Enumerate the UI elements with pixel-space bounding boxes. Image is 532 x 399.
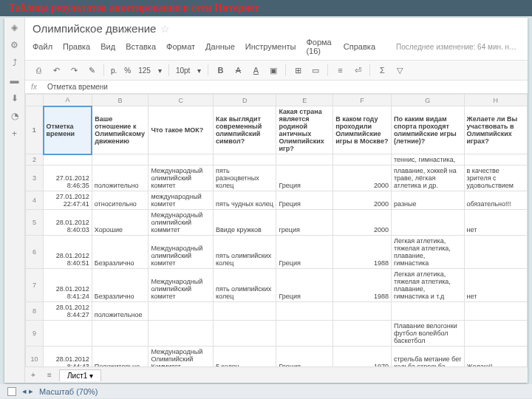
cell[interactable] [214,154,276,166]
cell[interactable]: 28.01.2012 8:40:03 [44,210,92,236]
filter-icon[interactable]: ▽ [392,63,407,78]
formula-bar[interactable]: fx Отметка времени [25,81,528,94]
text-color-icon[interactable]: A [248,63,263,78]
plus-icon[interactable]: + [10,129,20,139]
cell[interactable]: Греция [276,236,333,269]
cell[interactable]: 2000 [333,210,392,236]
col-A[interactable]: A [44,95,92,106]
cell-F1[interactable]: В каком году проходили Олимпийские игры … [333,106,392,154]
cell[interactable] [44,321,92,347]
font-size[interactable]: 10pt [174,66,192,75]
zoom-value[interactable]: 125 [136,66,153,75]
cell[interactable] [149,302,214,321]
sheet-tab-1[interactable]: Лист1 ▾ [59,369,101,381]
cell[interactable]: пять олимпийских колец [214,269,276,302]
table-row[interactable]: 628.01.2012 8:40:51БезразличноМеждународ… [26,236,528,269]
cell[interactable]: Международный Олимпийский Коммитет [149,347,214,367]
row-number[interactable]: 9 [26,321,44,347]
cell[interactable] [276,154,333,166]
cell[interactable] [214,321,276,347]
table-row[interactable]: 327.01.2012 8:46:35положительноМеждунаро… [26,166,528,191]
spreadsheet-grid[interactable]: A B C D E F G H 1 Отметка времени Ваше о… [25,94,528,366]
gear-icon[interactable]: ⚙ [10,40,20,50]
menu-tools[interactable]: Инструменты [245,42,296,51]
wrap-icon[interactable]: ⏎ [350,63,365,78]
cell[interactable] [44,154,92,166]
row-number[interactable]: 5 [26,210,44,236]
cell[interactable]: нет [464,210,527,236]
cell[interactable]: Положительно [92,347,149,367]
col-E[interactable]: E [276,95,333,106]
print-icon[interactable]: ⎙ [31,63,46,78]
cell[interactable]: плавание, хоккей на траве, лёгкая атлети… [391,166,464,191]
cell[interactable]: международный комитет [149,191,214,210]
table-row[interactable]: 427.01.2012 22:47:41относительномеждунар… [26,191,528,210]
cell-G1[interactable]: По каким видам спорта проходят олимпийск… [391,106,464,154]
cell[interactable]: Греция [276,269,333,302]
grid-table[interactable]: A B C D E F G H 1 Отметка времени Ваше о… [25,94,528,366]
cell[interactable]: 27.01.2012 8:46:35 [44,166,92,191]
cell[interactable] [149,321,214,347]
cell[interactable] [464,236,527,269]
cell[interactable]: Греция [276,347,333,367]
currency-btn[interactable]: р. [109,66,119,75]
cell[interactable]: Легкая атлетика, тяжелая атлетика, плава… [391,236,464,269]
cell[interactable]: 28.01.2012 8:41:24 [44,269,92,302]
bookmark-icon[interactable]: ◈ [10,22,20,33]
cell[interactable]: стрельба метание бег ходьба стрельба [391,347,464,367]
cell[interactable] [464,302,527,321]
fx-value[interactable]: Отметка времени [43,81,112,93]
col-D[interactable]: D [214,95,276,106]
row-number[interactable]: 6 [26,236,44,269]
menu-format[interactable]: Формат [166,42,195,51]
row-number[interactable]: 8 [26,302,44,321]
cell[interactable] [149,154,214,166]
row-number[interactable]: 10 [26,347,44,367]
cell[interactable]: 28.01.2012 8:40:51 [44,236,92,269]
align-icon[interactable]: ≡ [332,63,347,78]
cell[interactable] [92,154,149,166]
menu-file[interactable]: Файл [33,42,52,51]
share-icon[interactable]: ⤴ [10,58,20,68]
menu-edit[interactable]: Правка [63,42,90,51]
cell[interactable]: пять чудных колец [214,191,276,210]
cell-E1[interactable]: Какая страна является родиной античных О… [276,106,333,154]
row-number[interactable]: 2 [26,154,44,166]
cell[interactable]: 1970 [333,347,392,367]
download-icon[interactable]: ⬇ [10,93,20,103]
cell[interactable] [391,210,464,236]
cell[interactable]: 2000 [333,191,392,210]
table-row[interactable]: 2теннис, гимнастика, [26,154,528,166]
cell[interactable]: 2000 [333,166,392,191]
cell[interactable]: Международный олимпийский комитет [149,166,214,191]
cell[interactable]: Греция [276,191,333,210]
cell[interactable]: 28.01.2012 8:44:27 [44,302,92,321]
cell[interactable]: Хорошие [92,210,149,236]
all-sheets-button[interactable]: ≡ [41,371,58,379]
cell[interactable]: обязательно!!! [464,191,527,210]
col-C[interactable]: C [149,95,214,106]
header-row[interactable]: 1 Отметка времени Ваше отношение к Олимп… [26,106,528,154]
cell[interactable]: пять олимпийских колец [214,236,276,269]
table-row[interactable]: 728.01.2012 8:41:24БезразличноМеждународ… [26,269,528,302]
undo-icon[interactable]: ↶ [49,63,64,78]
cell[interactable] [391,302,464,321]
cell[interactable] [92,321,149,347]
col-H[interactable]: H [464,95,527,106]
cell[interactable]: Международный олимпийский комитет [149,236,214,269]
table-row[interactable]: 1028.01.2012 8:44:43ПоложительноМеждунар… [26,347,528,367]
cell[interactable]: Плавание велогонки футбол волейбол баске… [391,321,464,347]
cell[interactable] [333,302,392,321]
menu-help[interactable]: Справка [344,42,375,51]
cell[interactable] [333,154,392,166]
cell[interactable] [276,302,333,321]
redo-icon[interactable]: ↷ [66,63,81,78]
cell[interactable]: пять разноцветных колец [214,166,276,191]
menu-data[interactable]: Данные [205,42,235,51]
cell[interactable]: 27.01.2012 22:47:41 [44,191,92,210]
table-row[interactable]: 9Плавание велогонки футбол волейбол баск… [26,321,528,347]
cell[interactable]: 1988 [333,269,392,302]
menu-insert[interactable]: Вставка [126,42,156,51]
cell[interactable]: 28.01.2012 8:44:43 [44,347,92,367]
cell-H1[interactable]: Желаете ли Вы участвовать в Олимпийских … [464,106,527,154]
